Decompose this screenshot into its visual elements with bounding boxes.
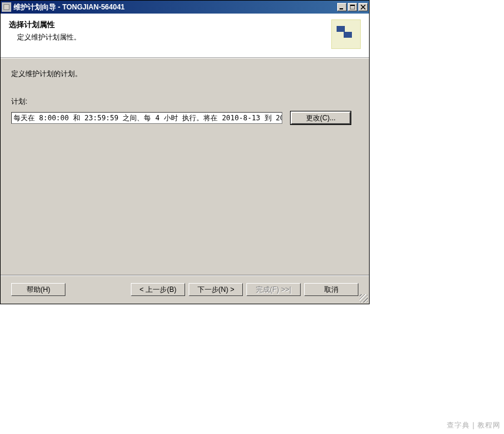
plan-row: 每天在 8:00:00 和 23:59:59 之间、每 4 小时 执行。将在 2…	[11, 111, 358, 124]
window-title: 维护计划向导 - TONGJIAN-564041	[14, 2, 337, 12]
wizard-icon	[331, 19, 361, 49]
resize-grip-icon[interactable]	[360, 294, 368, 303]
watermark-text: 查字典 | 教程网	[447, 420, 500, 430]
wizard-footer: 帮助(H) < 上一步(B) 下一步(N) > 完成(F) >>| 取消	[1, 275, 369, 304]
next-button[interactable]: 下一步(N) >	[189, 283, 243, 296]
back-button[interactable]: < 上一步(B)	[131, 283, 185, 296]
window-controls	[337, 3, 368, 11]
cancel-button[interactable]: 取消	[304, 283, 358, 296]
wizard-subtitle: 定义维护计划属性。	[9, 32, 331, 42]
wizard-header-text: 选择计划属性 定义维护计划属性。	[9, 19, 331, 42]
finish-button: 完成(F) >>|	[246, 283, 301, 296]
plan-label: 计划:	[11, 97, 358, 107]
svg-rect-4	[350, 5, 355, 6]
close-button[interactable]	[358, 3, 368, 11]
app-icon	[2, 2, 11, 12]
titlebar: 维护计划向导 - TONGJIAN-564041	[1, 1, 369, 14]
help-button[interactable]: 帮助(H)	[11, 283, 65, 296]
svg-rect-2	[340, 8, 343, 9]
plan-schedule-input[interactable]: 每天在 8:00:00 和 23:59:59 之间、每 4 小时 执行。将在 2…	[11, 112, 282, 124]
minimize-button[interactable]	[337, 3, 347, 11]
wizard-header: 选择计划属性 定义维护计划属性。	[1, 14, 369, 58]
wizard-content: 定义维护计划的计划。 计划: 每天在 8:00:00 和 23:59:59 之间…	[1, 58, 369, 275]
wizard-title: 选择计划属性	[9, 19, 331, 30]
change-button[interactable]: 更改(C)...	[291, 111, 351, 124]
maximize-button[interactable]	[348, 3, 357, 11]
svg-rect-1	[4, 5, 9, 9]
content-description: 定义维护计划的计划。	[11, 69, 358, 79]
wizard-window: 维护计划向导 - TONGJIAN-564041 选择计划属性 定义维护计划属性…	[0, 0, 370, 304]
